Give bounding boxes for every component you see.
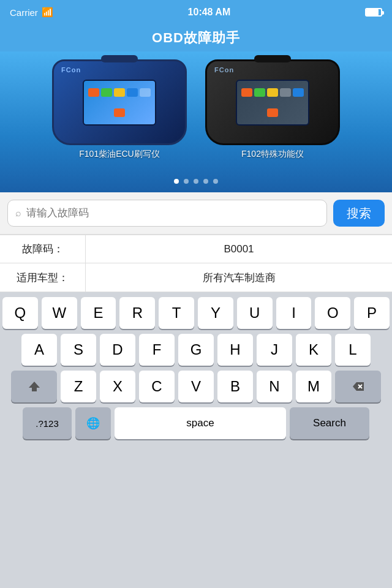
app-header: OBD故障助手: [0, 24, 392, 51]
device-f102-screen: [236, 80, 309, 126]
status-right: [365, 8, 382, 17]
carrier-label: Carrier: [10, 7, 38, 18]
num-key[interactable]: .?123: [23, 407, 72, 439]
keyboard: Q W E R T Y U I O P A S D F G H J K L Z …: [0, 292, 392, 443]
key-i[interactable]: I: [276, 297, 312, 329]
key-c[interactable]: C: [139, 371, 175, 402]
pagination: [174, 179, 218, 184]
key-b[interactable]: B: [217, 371, 253, 402]
key-r[interactable]: R: [119, 297, 155, 329]
key-a[interactable]: A: [21, 334, 57, 366]
device-f102-label: F102特殊功能仪: [241, 149, 304, 160]
results-table: 故障码： B0001 适用车型： 所有汽车制造商: [0, 235, 392, 292]
status-time: 10:48 AM: [188, 7, 231, 18]
key-u[interactable]: U: [237, 297, 273, 329]
table-row-vehicle: 适用车型： 所有汽车制造商: [0, 263, 392, 292]
device-f102-brand: FCon: [214, 66, 234, 74]
svg-marker-0: [29, 382, 40, 391]
banner-content: FCon F101柴油ECU刷写仪 FCon: [0, 59, 392, 184]
keyboard-search-key[interactable]: Search: [290, 407, 369, 439]
banner: FCon F101柴油ECU刷写仪 FCon: [0, 51, 392, 192]
table-value-vehicle: 所有汽车制造商: [86, 263, 392, 292]
key-w[interactable]: W: [42, 297, 77, 329]
device-f102: FCon: [205, 59, 340, 145]
key-j[interactable]: J: [257, 334, 292, 366]
device-f101-screen: [83, 80, 156, 126]
delete-icon: [352, 381, 365, 392]
dot-5: [213, 179, 218, 184]
keyboard-row-2: A S D F G H J K L: [0, 334, 392, 366]
dot-1: [174, 179, 179, 184]
keyboard-row-3: Z X C V B N M: [0, 371, 392, 402]
device-f101-brand: FCon: [61, 66, 81, 74]
status-bar: Carrier 📶 10:48 AM: [0, 0, 392, 24]
shift-key[interactable]: [11, 371, 57, 402]
device-f101: FCon: [52, 59, 187, 145]
dot-2: [184, 179, 189, 184]
search-button[interactable]: 搜索: [333, 200, 385, 227]
key-k[interactable]: K: [296, 334, 331, 366]
key-h[interactable]: H: [217, 334, 253, 366]
keyboard-row-1: Q W E R T Y U I O P: [0, 297, 392, 329]
key-g[interactable]: G: [178, 334, 214, 366]
device-f102-container: FCon F102特殊功能仪: [205, 59, 340, 160]
table-value-code: B0001: [86, 235, 392, 263]
device-f101-container: FCon F101柴油ECU刷写仪: [52, 59, 187, 160]
search-input[interactable]: [26, 207, 319, 219]
key-e[interactable]: E: [81, 297, 116, 329]
status-left: Carrier 📶: [10, 7, 53, 18]
key-s[interactable]: S: [61, 334, 96, 366]
search-section: ⌕ 搜索: [0, 192, 392, 235]
key-l[interactable]: L: [335, 334, 371, 366]
search-glass-icon: ⌕: [15, 208, 21, 219]
search-input-wrapper[interactable]: ⌕: [7, 200, 327, 227]
key-t[interactable]: T: [159, 297, 194, 329]
key-f[interactable]: F: [139, 334, 175, 366]
table-row-code: 故障码： B0001: [0, 235, 392, 263]
key-z[interactable]: Z: [61, 371, 96, 402]
key-q[interactable]: Q: [2, 297, 38, 329]
key-m[interactable]: M: [296, 371, 331, 402]
shift-icon: [28, 380, 41, 393]
dot-4: [203, 179, 208, 184]
key-d[interactable]: D: [100, 334, 135, 366]
battery-icon: [365, 8, 382, 17]
key-x[interactable]: X: [100, 371, 135, 402]
table-label-code: 故障码：: [0, 235, 86, 263]
key-n[interactable]: N: [257, 371, 292, 402]
key-v[interactable]: V: [178, 371, 214, 402]
keyboard-bottom-row: .?123 space Search: [0, 407, 392, 443]
device-f101-label: F101柴油ECU刷写仪: [79, 149, 159, 160]
delete-key[interactable]: [335, 371, 381, 402]
globe-icon: [86, 417, 100, 430]
space-key[interactable]: space: [115, 407, 286, 439]
app-title: OBD故障助手: [152, 29, 240, 47]
wifi-icon: 📶: [42, 7, 53, 18]
dot-3: [194, 179, 198, 184]
key-o[interactable]: O: [315, 297, 350, 329]
key-y[interactable]: Y: [198, 297, 233, 329]
globe-key[interactable]: [75, 407, 111, 439]
table-label-vehicle: 适用车型：: [0, 263, 86, 292]
key-p[interactable]: P: [354, 297, 390, 329]
